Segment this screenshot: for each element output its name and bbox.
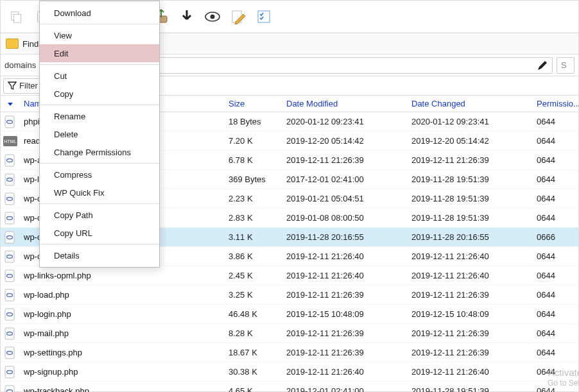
table-row[interactable]: wp-load.php3.25 K2019-12-11 21:26:392019…	[1, 285, 578, 305]
file-size: 3.11 K	[229, 232, 286, 242]
menu-separator	[40, 203, 159, 204]
file-modified: 2019-12-11 21:26:40	[286, 367, 411, 377]
php-file-icon	[1, 346, 20, 359]
funnel-icon	[8, 81, 17, 90]
file-name: wp-trackback.php	[20, 386, 229, 392]
menu-item-cut[interactable]: Cut	[40, 67, 159, 85]
file-permissions: 0644	[537, 136, 575, 146]
file-size: 2.45 K	[229, 271, 286, 280]
col-modified[interactable]: Date Modified	[286, 99, 411, 108]
menu-separator	[40, 64, 159, 65]
menu-item-edit[interactable]: Edit	[40, 44, 159, 62]
col-changed[interactable]: Date Changed	[411, 99, 537, 108]
menu-item-copy[interactable]: Copy	[40, 85, 159, 103]
pencil-icon[interactable]	[537, 60, 548, 71]
php-file-icon	[1, 327, 20, 340]
file-modified: 2020-01-12 09:23:41	[286, 117, 411, 126]
menu-separator	[40, 105, 159, 105]
find-folder-icon	[6, 38, 19, 49]
find-label[interactable]: Find	[22, 39, 39, 49]
file-permissions: 0644	[537, 386, 575, 392]
file-changed: 2019-12-11 21:26:39	[411, 328, 537, 338]
file-modified: 2019-12-15 10:48:09	[286, 309, 411, 319]
file-permissions: 0644	[537, 175, 575, 184]
php-file-icon	[1, 212, 20, 225]
file-size: 30.38 K	[229, 367, 286, 377]
html-file-icon: HTML	[1, 136, 20, 146]
table-row[interactable]: wp-settings.php18.67 K2019-12-11 21:26:3…	[1, 343, 578, 362]
php-file-icon	[1, 192, 20, 205]
menu-item-delete[interactable]: Delete	[40, 125, 159, 143]
file-modified: 2019-12-11 21:26:39	[286, 155, 411, 165]
php-file-icon	[1, 115, 20, 128]
search-box[interactable]: S	[557, 57, 575, 74]
file-size: 3.25 K	[229, 290, 286, 300]
file-modified: 2019-12-11 21:26:40	[286, 271, 411, 280]
file-size: 2.23 K	[229, 194, 286, 203]
menu-separator	[40, 163, 159, 164]
file-permissions: 0644	[537, 155, 575, 165]
menu-separator	[40, 244, 159, 244]
file-changed: 2019-11-28 19:51:39	[411, 194, 537, 203]
menu-item-view[interactable]: View	[40, 26, 159, 44]
context-menu: DownloadViewEditCutCopyRenameDeleteChang…	[39, 1, 160, 268]
file-modified: 2019-01-21 05:04:51	[286, 194, 411, 203]
file-name: wp-settings.php	[20, 348, 229, 357]
file-permissions: 0666	[537, 232, 575, 242]
menu-item-wp-quick-fix[interactable]: WP Quick Fix	[40, 183, 159, 201]
file-modified: 2017-12-01 02:41:00	[286, 175, 411, 184]
file-changed: 2019-12-11 21:26:40	[411, 271, 537, 280]
file-modified: 2019-12-01 02:41:00	[286, 386, 411, 392]
menu-item-details[interactable]: Details	[40, 246, 159, 264]
copy-icon[interactable]	[6, 6, 26, 27]
file-permissions: 0644	[537, 290, 575, 300]
file-size: 369 Bytes	[229, 175, 286, 184]
menu-item-download[interactable]: Download	[40, 4, 159, 22]
table-row[interactable]: wp-trackback.php4.65 K2019-12-01 02:41:0…	[1, 382, 578, 392]
download-arrow-icon[interactable]	[177, 6, 197, 27]
col-permissions[interactable]: Permissio...	[537, 99, 575, 108]
menu-item-rename[interactable]: Rename	[40, 107, 159, 125]
checklist-icon[interactable]	[254, 6, 274, 27]
file-size: 18.67 K	[229, 348, 286, 357]
crumb-domains[interactable]: domains	[4, 60, 36, 70]
edit-pencil-icon[interactable]	[228, 6, 248, 27]
file-name: wp-links-opml.php	[20, 271, 229, 280]
php-file-icon	[1, 173, 20, 186]
filter-button[interactable]: Filter	[3, 78, 42, 94]
sort-indicator-icon[interactable]	[1, 101, 20, 107]
app-root: Find domains › S Filter Name Size Date M…	[0, 0, 579, 392]
table-row[interactable]: wp-links-opml.php2.45 K2019-12-11 21:26:…	[1, 266, 578, 285]
eye-icon[interactable]	[202, 6, 223, 27]
file-changed: 2019-11-28 20:16:55	[411, 232, 537, 242]
file-size: 4.65 K	[229, 386, 286, 392]
file-changed: 2019-11-28 19:51:39	[411, 213, 537, 223]
file-name: wp-signup.php	[20, 367, 229, 377]
php-file-icon	[1, 269, 20, 282]
file-name: wp-mail.php	[20, 328, 229, 338]
file-modified: 2019-12-11 21:26:40	[286, 251, 411, 261]
file-modified: 2019-12-20 05:14:42	[286, 136, 411, 146]
file-size: 46.48 K	[229, 309, 286, 319]
menu-item-compress[interactable]: Compress	[40, 166, 159, 183]
svg-point-8	[211, 14, 215, 19]
file-changed: 2019-11-28 19:51:39	[411, 386, 537, 392]
file-modified: 2019-12-11 21:26:39	[286, 290, 411, 300]
file-changed: 2019-12-11 21:26:39	[411, 290, 537, 300]
file-size: 6.78 K	[229, 155, 286, 165]
menu-item-change-permissions[interactable]: Change Permissions	[40, 143, 159, 161]
file-modified: 2019-12-11 21:26:39	[286, 348, 411, 357]
php-file-icon	[1, 289, 20, 302]
file-modified: 2019-12-11 21:26:39	[286, 328, 411, 338]
php-file-icon	[1, 154, 20, 167]
menu-item-copy-url[interactable]: Copy URL	[40, 224, 159, 242]
menu-separator	[40, 24, 159, 24]
php-file-icon	[1, 366, 20, 379]
table-row[interactable]: wp-signup.php30.38 K2019-12-11 21:26:402…	[1, 362, 578, 382]
file-permissions: 0644	[537, 348, 575, 357]
menu-item-copy-path[interactable]: Copy Path	[40, 206, 159, 224]
table-row[interactable]: wp-mail.php8.28 K2019-12-11 21:26:392019…	[1, 324, 578, 343]
svg-text:HTML: HTML	[4, 139, 16, 144]
table-row[interactable]: wp-login.php46.48 K2019-12-15 10:48:0920…	[1, 305, 578, 324]
col-size[interactable]: Size	[229, 99, 286, 108]
